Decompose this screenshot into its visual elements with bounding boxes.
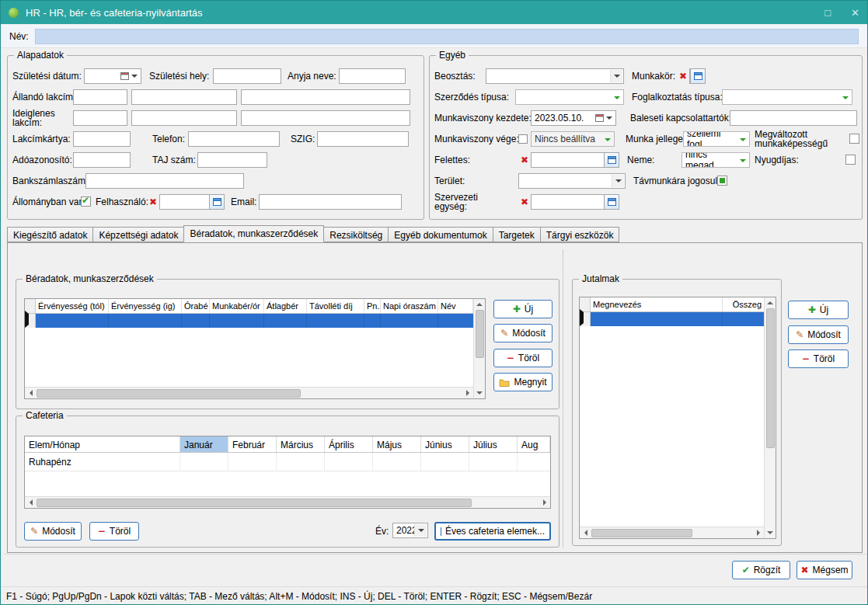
column-header-aprilis[interactable]: Április xyxy=(325,436,373,452)
allando-lakcim-input-2[interactable] xyxy=(131,89,237,105)
column-header-megnevezes[interactable]: Megnevezés xyxy=(591,297,723,311)
column-header-nev[interactable]: Név xyxy=(438,299,473,313)
tab-targetek[interactable]: Targetek xyxy=(493,227,540,242)
foglalkoztatas-tipusa-combobox[interactable] xyxy=(722,89,852,105)
scroll-up-icon[interactable] xyxy=(765,297,776,308)
jutalmak-vscrollbar[interactable] xyxy=(764,297,776,538)
rogzit-button[interactable]: ✔ Rögzít xyxy=(732,561,790,579)
munkaviszony-kezdete-field[interactable]: 2023.05.10. xyxy=(531,110,616,126)
beradatok-modosit-button[interactable]: ✎ Módosít xyxy=(493,324,553,342)
scroll-left-icon[interactable] xyxy=(580,527,591,538)
beradatok-megnyit-button[interactable]: Megnyit xyxy=(493,373,553,391)
tab-egyeb-dokumentumok[interactable]: Egyéb dokumentumok xyxy=(388,227,492,242)
beradatok-selected-row[interactable] xyxy=(25,314,473,328)
column-header-ervenyesseg-ig[interactable]: Érvényesség (ig) xyxy=(109,299,182,313)
felettes-lookup-button[interactable] xyxy=(604,153,619,167)
telefon-input[interactable] xyxy=(188,131,280,147)
ev-select[interactable]: 2022 xyxy=(392,523,428,538)
column-header-ervenyesseg-tol[interactable]: Érvényesség (tól) xyxy=(36,299,109,313)
allomanyban-van-checkbox[interactable] xyxy=(81,196,91,207)
szuletesi-datum-field[interactable] xyxy=(84,68,141,84)
column-header-marcius[interactable]: Március xyxy=(277,436,325,452)
column-header-augusztus[interactable]: Aug xyxy=(518,436,550,452)
column-header-munkaber-ora[interactable]: Munkabér/ór xyxy=(210,299,264,313)
title-bar[interactable]: HR - HR, bér- és cafeteria-nyilvántartás… xyxy=(1,1,867,24)
szig-input[interactable] xyxy=(317,131,409,147)
scroll-down-icon[interactable] xyxy=(765,527,776,538)
ideiglenes-lakcim-input-3[interactable] xyxy=(241,110,410,126)
column-header-oraber[interactable]: Órabé xyxy=(182,299,210,313)
email-input[interactable] xyxy=(259,194,402,210)
scroll-right-icon[interactable] xyxy=(752,527,764,538)
szuletesi-hely-input[interactable] xyxy=(213,68,281,84)
tab-kepzettsegi-adatok[interactable]: Képzettségi adatok xyxy=(92,227,183,242)
ideiglenes-lakcim-input-2[interactable] xyxy=(131,110,237,126)
column-header-atlagber[interactable]: Átlagbér xyxy=(264,299,307,313)
szervezeti-egyseg-lookup-button[interactable] xyxy=(604,195,619,209)
szerzodes-tipusa-combobox[interactable] xyxy=(515,89,624,105)
scroll-thumb[interactable] xyxy=(476,310,484,358)
munka-jellege-combobox[interactable]: szellemi fogl. xyxy=(683,131,750,147)
jutalmak-torol-button[interactable]: − Töröl xyxy=(788,349,849,368)
cafeteria-hscrollbar[interactable] xyxy=(25,496,550,508)
megvaltozott-checkbox[interactable] xyxy=(849,134,859,144)
jutalmak-selected-row[interactable] xyxy=(580,312,764,326)
terulet-combobox[interactable] xyxy=(518,173,626,189)
ideiglenes-lakcim-input-1[interactable] xyxy=(73,110,127,126)
allando-lakcim-input-1[interactable] xyxy=(73,89,127,105)
scroll-thumb[interactable] xyxy=(37,499,472,507)
column-header-februar[interactable]: Február xyxy=(228,436,277,452)
scroll-up-icon[interactable] xyxy=(474,299,486,310)
scroll-down-icon[interactable] xyxy=(474,388,486,398)
column-header-julius[interactable]: Július xyxy=(469,436,518,452)
jutalmak-modosit-button[interactable]: ✎ Módosít xyxy=(788,325,849,344)
adoazonosito-input[interactable] xyxy=(73,152,131,168)
anyja-neve-input[interactable] xyxy=(339,68,406,84)
cafeteria-modosit-button[interactable]: ✎ Módosít xyxy=(24,522,82,541)
column-header-elem-honap[interactable]: Elem/Hónap xyxy=(25,436,180,452)
eves-cafeteria-elemek-button[interactable]: Éves cafeteria elemek... xyxy=(434,522,551,541)
scroll-thumb[interactable] xyxy=(37,389,301,398)
cafeteria-elem-cell[interactable]: Ruhapénz xyxy=(25,453,180,471)
neme-combobox[interactable]: nincs megad xyxy=(682,152,750,168)
bankszamlaszam-input[interactable] xyxy=(85,173,244,189)
close-icon[interactable]: ✕ xyxy=(851,7,859,19)
cafeteria-torol-button[interactable]: − Töröl xyxy=(89,522,139,541)
tab-beradatok[interactable]: Béradatok, munkaszerződések xyxy=(183,225,324,242)
column-header-januar[interactable]: Január xyxy=(180,436,228,452)
tavmunka-checkbox[interactable] xyxy=(717,176,727,186)
maximize-icon[interactable]: □ xyxy=(824,7,831,19)
beradatok-vscrollbar[interactable] xyxy=(473,299,485,398)
column-header-majus[interactable]: Május xyxy=(373,436,421,452)
column-header-junius[interactable]: Június xyxy=(421,436,469,452)
beradatok-uj-button[interactable]: ✚ Új xyxy=(493,300,553,318)
column-header-osszeg[interactable]: Összeg xyxy=(723,297,764,311)
szervezeti-egyseg-lookup-field[interactable] xyxy=(531,194,619,210)
column-header-napi-oraszam[interactable]: Napi óraszám xyxy=(381,299,438,313)
scroll-thumb[interactable] xyxy=(591,529,692,537)
beradatok-hscrollbar[interactable] xyxy=(25,387,473,398)
scroll-left-icon[interactable] xyxy=(25,388,37,398)
dropdown-icon[interactable] xyxy=(131,75,138,78)
column-header-pn[interactable]: Pn. xyxy=(364,299,381,313)
munkakor-lookup-button[interactable] xyxy=(690,69,705,83)
felhasznalo-lookup-field[interactable] xyxy=(159,194,225,210)
cafeteria-row-ruhapenz[interactable]: Ruhapénz xyxy=(25,453,550,471)
megsem-button[interactable]: ✖ Mégsem xyxy=(797,561,852,579)
nyugdijas-checkbox[interactable] xyxy=(845,155,856,165)
dropdown-icon[interactable] xyxy=(606,116,612,120)
scroll-thumb[interactable] xyxy=(766,308,775,448)
munkaviszony-vege-checkbox[interactable] xyxy=(518,134,528,144)
beradatok-torol-button[interactable]: − Töröl xyxy=(493,349,553,367)
lakcimkartya-input[interactable] xyxy=(73,131,131,147)
dropdown-icon[interactable] xyxy=(414,524,427,537)
munkakor-lookup-field[interactable] xyxy=(689,68,706,84)
dropdown-icon[interactable] xyxy=(612,175,624,187)
jutalmak-uj-button[interactable]: ✚ Új xyxy=(788,301,849,319)
scroll-left-icon[interactable] xyxy=(25,497,37,508)
panel-splitter[interactable] xyxy=(563,249,563,548)
felhasznalo-lookup-button[interactable] xyxy=(209,195,224,209)
tab-targyi-eszkozok[interactable]: Tárgyi eszközök xyxy=(540,227,620,242)
tab-rezsikoltseg[interactable]: Rezsiköltség xyxy=(324,227,388,242)
scroll-right-icon[interactable] xyxy=(539,497,550,508)
